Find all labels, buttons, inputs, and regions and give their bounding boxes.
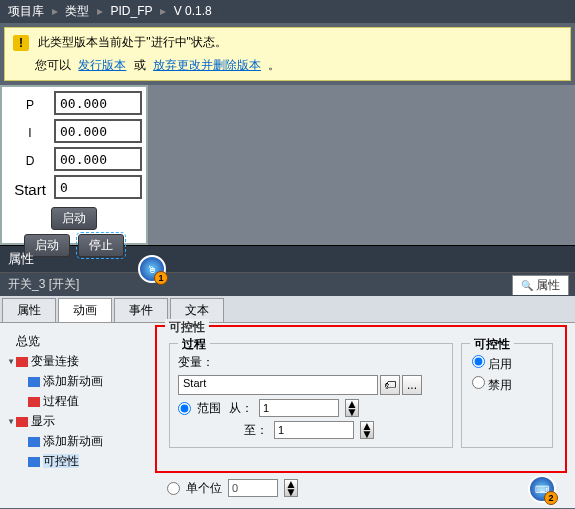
disable-radio[interactable] (472, 376, 485, 389)
single-bit-label: 单个位 (186, 480, 222, 497)
selection-header: 开关_3 [开关] 属性 (0, 272, 575, 296)
single-bit-input (228, 479, 278, 497)
tag-icon (16, 357, 28, 367)
label-p: P (6, 91, 54, 119)
input-i[interactable] (54, 119, 142, 143)
process-group: 过程 变量： Start🏷... 范围 从： ▲▼ (169, 343, 453, 448)
release-version-link[interactable]: 发行版本 (78, 58, 126, 72)
selection-name: 开关_3 [开关] (8, 277, 79, 291)
add-icon (28, 377, 40, 387)
alert-dot: 。 (268, 58, 280, 72)
tree-display: ▾显示 (6, 411, 149, 431)
control-icon (28, 457, 40, 467)
label-start: Start (6, 175, 54, 203)
tag-icon (28, 397, 40, 407)
crumb-type[interactable]: 类型 (65, 4, 89, 18)
run-button-1[interactable]: 启动 (51, 207, 97, 230)
crumb-pidfp[interactable]: PID_FP (111, 4, 153, 18)
breadcrumb[interactable]: 项目库 ▸ 类型 ▸ PID_FP ▸ V 0.1.8 (0, 0, 575, 23)
range-label: 范围 (197, 400, 221, 417)
lower-pane: 总览 ▾变量连接 添加新动画 过程值 ▾显示 添加新动画 可控性 可控性 过程 … (0, 323, 575, 508)
tab-events[interactable]: 事件 (114, 298, 168, 322)
browse-button[interactable]: ... (402, 375, 422, 395)
label-d: D (6, 147, 54, 175)
input-d[interactable] (54, 147, 142, 171)
to-input[interactable] (274, 421, 354, 439)
to-label: 至： (242, 422, 268, 439)
tab-animation[interactable]: 动画 (58, 298, 112, 322)
callout-2: ⌨2 (528, 475, 556, 503)
tab-properties[interactable]: 属性 (2, 298, 56, 322)
input-start[interactable] (54, 175, 142, 199)
pid-panel: P I D Start 启动 启动 停止 (0, 85, 148, 245)
canvas-area[interactable] (148, 85, 575, 245)
stop-button[interactable]: 停止 (78, 234, 124, 257)
tree-add-anim-1: 添加新动画 (6, 371, 149, 391)
controllability-group: 可控性 启用 禁用 (461, 343, 553, 448)
tree-add-anim-2: 添加新动画 (6, 431, 149, 451)
tree-procval: 过程值 (6, 391, 149, 411)
discard-version-link[interactable]: 放弃更改并删除版本 (153, 58, 261, 72)
group-title: 可控性 (165, 319, 209, 336)
alert-line1: 此类型版本当前处于"进行中"状态。 (38, 35, 227, 49)
add-icon (28, 437, 40, 447)
tab-bar: 属性 动画 事件 文本 (0, 296, 575, 323)
variable-label: 变量： (178, 355, 214, 369)
status-alert: ! 此类型版本当前处于"进行中"状态。 您可以 发行版本 或 放弃更改并删除版本… (4, 27, 571, 81)
alert-or: 或 (134, 58, 146, 72)
chevron-right-icon: ▸ (97, 4, 103, 18)
range-radio[interactable] (178, 402, 191, 415)
chevron-right-icon: ▸ (160, 4, 166, 18)
crumb-project[interactable]: 项目库 (8, 4, 44, 18)
single-bit-radio[interactable] (167, 482, 180, 495)
from-input[interactable] (259, 399, 339, 417)
input-p[interactable] (54, 91, 142, 115)
ctl-title: 可控性 (470, 336, 514, 353)
label-i: I (6, 119, 54, 147)
crumb-version[interactable]: V 0.1.8 (174, 4, 212, 18)
disable-label: 禁用 (488, 378, 512, 392)
process-title: 过程 (178, 336, 210, 353)
highlighted-group: 可控性 过程 变量： Start🏷... 范围 从： (155, 325, 567, 473)
tag-picker-button[interactable]: 🏷 (380, 375, 400, 395)
workspace: P I D Start 启动 启动 停止 (0, 85, 575, 245)
from-spinner[interactable]: ▲▼ (345, 399, 359, 417)
callout-1-num: 1 (154, 271, 168, 285)
enable-label: 启用 (488, 357, 512, 371)
alert-prefix: 您可以 (35, 58, 71, 72)
settings-pane: 可控性 过程 变量： Start🏷... 范围 从： (155, 323, 575, 508)
to-spinner[interactable]: ▲▼ (360, 421, 374, 439)
enable-radio[interactable] (472, 355, 485, 368)
single-bit-spinner: ▲▼ (284, 479, 298, 497)
chevron-right-icon: ▸ (52, 4, 58, 18)
callout-1: 🖱1 (138, 255, 166, 283)
variable-input[interactable]: Start (178, 375, 378, 395)
callout-2-num: 2 (544, 491, 558, 505)
tree-control: 可控性 (6, 451, 149, 471)
tree-varconn: ▾变量连接 (6, 351, 149, 371)
display-icon (16, 417, 28, 427)
from-label: 从： (227, 400, 253, 417)
warning-icon: ! (13, 35, 29, 51)
single-bit-row: 单个位 ▲▼ (167, 479, 298, 497)
properties-tab-right[interactable]: 属性 (512, 275, 569, 295)
tree-overview: 总览 (6, 331, 149, 351)
animation-tree[interactable]: 总览 ▾变量连接 添加新动画 过程值 ▾显示 添加新动画 可控性 (0, 323, 155, 508)
